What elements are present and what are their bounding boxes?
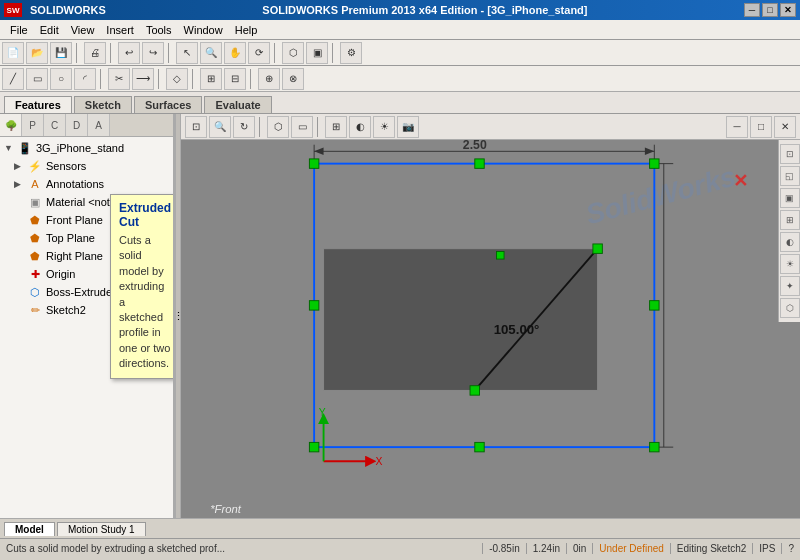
vp-section[interactable]: ⊞ — [325, 116, 347, 138]
svg-rect-19 — [309, 301, 318, 310]
vp-sep1 — [259, 117, 263, 137]
ft-annotations[interactable]: ▶ A Annotations — [0, 175, 173, 193]
toolbar-sep-5 — [332, 43, 336, 63]
sw-logo-icon: SW — [4, 3, 22, 17]
lp-tab-tree[interactable]: 🌳 — [0, 114, 22, 136]
menu-help[interactable]: Help — [229, 22, 264, 38]
vp-zoom-in[interactable]: 🔍 — [209, 116, 231, 138]
statusbar-units: IPS — [752, 543, 781, 554]
rt-view4[interactable]: ⊞ — [780, 210, 800, 230]
vp-close[interactable]: ✕ — [774, 116, 796, 138]
wireframe-button[interactable]: ▣ — [306, 42, 328, 64]
viewport[interactable]: ⊡ 🔍 ↻ ⬡ ▭ ⊞ ◐ ☀ 📷 ─ □ ✕ SolidWorks ✕ — [181, 114, 800, 518]
statusbar-edit-mode: Editing Sketch2 — [670, 543, 753, 554]
svg-rect-1 — [324, 249, 598, 391]
rt-view6[interactable]: ☀ — [780, 254, 800, 274]
ft-sensors-label: Sensors — [46, 160, 86, 172]
window-title: SOLIDWORKS Premium 2013 x64 Edition - [3… — [106, 4, 744, 16]
tab-model[interactable]: Model — [4, 522, 55, 536]
sketch-canvas[interactable]: SolidWorks ✕ 2.50 — [181, 140, 778, 518]
dimension-button[interactable]: ◇ — [166, 68, 188, 90]
fix-button[interactable]: ⊗ — [282, 68, 304, 90]
svg-rect-22 — [470, 386, 479, 395]
menu-view[interactable]: View — [65, 22, 101, 38]
minimize-button[interactable]: ─ — [744, 3, 760, 17]
sketch-rect[interactable]: ▭ — [26, 68, 48, 90]
vp-rotate[interactable]: ↻ — [233, 116, 255, 138]
menu-file[interactable]: File — [4, 22, 34, 38]
lp-tab-dim[interactable]: D — [66, 114, 88, 136]
menu-insert[interactable]: Insert — [100, 22, 140, 38]
tab-sketch[interactable]: Sketch — [74, 96, 132, 113]
ft-sensors[interactable]: ▶ ⚡ Sensors — [0, 157, 173, 175]
ft-root[interactable]: ▼ 📱 3G_iPhone_stand — [0, 139, 173, 157]
vp-display[interactable]: ▭ — [291, 116, 313, 138]
svg-rect-20 — [650, 301, 659, 310]
mirror-button[interactable]: ⊞ — [200, 68, 222, 90]
lp-tab-appear[interactable]: A — [88, 114, 110, 136]
ft-root-icon: 📱 — [17, 140, 33, 156]
pan-button[interactable]: ✋ — [224, 42, 246, 64]
rt-view7[interactable]: ✦ — [780, 276, 800, 296]
ft-root-label: 3G_iPhone_stand — [36, 142, 124, 154]
ft-origin-icon: ✚ — [27, 266, 43, 282]
undo-button[interactable]: ↩ — [118, 42, 140, 64]
vp-minimize[interactable]: ─ — [726, 116, 748, 138]
ft-top-plane-label: Top Plane — [46, 232, 95, 244]
tab-motion-study[interactable]: Motion Study 1 — [57, 522, 146, 536]
tab-surfaces[interactable]: Surfaces — [134, 96, 202, 113]
ft-annotations-expand[interactable]: ▶ — [14, 179, 24, 189]
vp-scene[interactable]: ☀ — [373, 116, 395, 138]
statusbar-help-icon[interactable]: ? — [781, 543, 800, 554]
rt-view3[interactable]: ▣ — [780, 188, 800, 208]
tab-features[interactable]: Features — [4, 96, 72, 113]
save-button[interactable]: 💾 — [50, 42, 72, 64]
menu-tools[interactable]: Tools — [140, 22, 178, 38]
menu-window[interactable]: Window — [178, 22, 229, 38]
window-controls[interactable]: ─ □ ✕ — [744, 3, 796, 17]
vp-camera[interactable]: 📷 — [397, 116, 419, 138]
view3d-button[interactable]: ⬡ — [282, 42, 304, 64]
redo-button[interactable]: ↪ — [142, 42, 164, 64]
new-button[interactable]: 📄 — [2, 42, 24, 64]
sketch-arc[interactable]: ◜ — [74, 68, 96, 90]
ft-sensors-expand[interactable]: ▶ — [14, 161, 24, 171]
vp-zoom-fit[interactable]: ⊡ — [185, 116, 207, 138]
options-button[interactable]: ⚙ — [340, 42, 362, 64]
pattern-button[interactable]: ⊟ — [224, 68, 246, 90]
svg-rect-14 — [650, 159, 659, 168]
sketch-circle[interactable]: ○ — [50, 68, 72, 90]
maximize-button[interactable]: □ — [762, 3, 778, 17]
svg-rect-21 — [593, 244, 602, 253]
tab-evaluate[interactable]: Evaluate — [204, 96, 271, 113]
vp-view-select[interactable]: ⬡ — [267, 116, 289, 138]
rt-view5[interactable]: ◐ — [780, 232, 800, 252]
open-button[interactable]: 📂 — [26, 42, 48, 64]
statusbar-constraint-status: Under Defined — [592, 543, 669, 554]
sketch-line[interactable]: ╱ — [2, 68, 24, 90]
print-button[interactable]: 🖨 — [84, 42, 106, 64]
extend-button[interactable]: ⟶ — [132, 68, 154, 90]
statusbar-message: Cuts a solid model by extruding a sketch… — [0, 543, 482, 554]
vp-restore[interactable]: □ — [750, 116, 772, 138]
left-panel-tabs: 🌳 P C D A — [0, 114, 173, 137]
vp-appear[interactable]: ◐ — [349, 116, 371, 138]
ft-root-expand[interactable]: ▼ — [4, 143, 14, 153]
close-button[interactable]: ✕ — [780, 3, 796, 17]
ft-sensors-icon: ⚡ — [27, 158, 43, 174]
menubar: File Edit View Insert Tools Window Help — [0, 20, 800, 40]
zoom-button[interactable]: 🔍 — [200, 42, 222, 64]
tooltip-popup: Extruded Cut Cuts a solid model by extru… — [110, 194, 175, 379]
lp-tab-config[interactable]: C — [44, 114, 66, 136]
rt-view1[interactable]: ⊡ — [780, 144, 800, 164]
main-toolbar: 📄 📂 💾 🖨 ↩ ↪ ↖ 🔍 ✋ ⟳ ⬡ ▣ ⚙ — [0, 40, 800, 66]
rt-view8[interactable]: ⬡ — [780, 298, 800, 318]
rotate-button[interactable]: ⟳ — [248, 42, 270, 64]
relation-button[interactable]: ⊕ — [258, 68, 280, 90]
toolbar-sep-4 — [274, 43, 278, 63]
trim-button[interactable]: ✂ — [108, 68, 130, 90]
rt-view2[interactable]: ◱ — [780, 166, 800, 186]
lp-tab-property[interactable]: P — [22, 114, 44, 136]
select-button[interactable]: ↖ — [176, 42, 198, 64]
menu-edit[interactable]: Edit — [34, 22, 65, 38]
